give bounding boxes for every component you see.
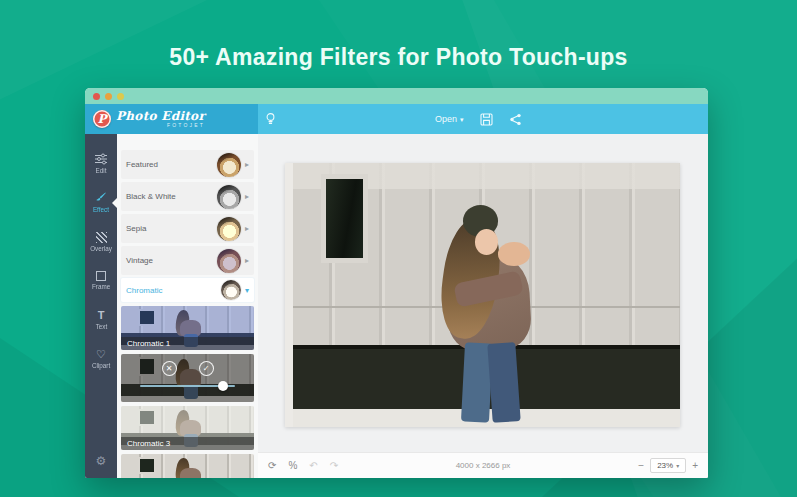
- edited-photo: [285, 163, 680, 427]
- chevron-down-icon: ▾: [245, 286, 249, 295]
- sidebar-item-edit[interactable]: Edit: [85, 144, 117, 183]
- sidebar-item-text[interactable]: T Text: [85, 300, 117, 339]
- filter-preview-thumbnail: [217, 217, 241, 241]
- filter-preview-thumbnail: [217, 153, 241, 177]
- filter-thumbnail-chromatic-2-selected[interactable]: ✕ ✓: [121, 354, 254, 402]
- filter-category-chromatic-expanded[interactable]: Chromatic ▾: [121, 278, 254, 302]
- share-icon[interactable]: [509, 113, 522, 126]
- reset-icon[interactable]: ⟳: [268, 461, 276, 471]
- zoom-in-button[interactable]: +: [692, 461, 698, 471]
- brand-subname: FOTOJET: [116, 123, 205, 128]
- chevron-right-icon: ▸: [245, 192, 249, 201]
- page-title: 50+ Amazing Filters for Photo Touch-ups: [0, 44, 797, 71]
- brand-name: Photo Editor: [116, 110, 205, 122]
- zoom-level-value: 23%: [657, 461, 673, 470]
- edit-sliders-icon: [95, 153, 107, 165]
- window-minimize-button[interactable]: [105, 93, 112, 100]
- effect-brush-icon: [95, 192, 107, 204]
- editor-canvas[interactable]: [258, 134, 708, 452]
- sidebar-item-label: Overlay: [90, 245, 112, 251]
- filter-thumbnail-chromatic-4[interactable]: [121, 454, 254, 478]
- open-button[interactable]: Open ▾: [435, 114, 464, 124]
- filter-intensity-slider[interactable]: [140, 385, 236, 387]
- window-zoom-button[interactable]: [117, 93, 124, 100]
- settings-gear-icon[interactable]: ⚙: [85, 454, 117, 468]
- filter-category-featured[interactable]: Featured ▸: [121, 150, 254, 179]
- photo-window-detail: [321, 174, 368, 264]
- redo-icon[interactable]: ↷: [330, 461, 338, 471]
- tool-sidebar: Edit Effect Overlay Frame: [85, 134, 117, 478]
- app-window: P Photo Editor FOTOJET Open ▾: [85, 88, 708, 478]
- chevron-down-icon: ▾: [460, 116, 464, 123]
- category-label: Chromatic: [126, 286, 221, 295]
- chevron-right-icon: ▸: [245, 224, 249, 233]
- logo-monogram-icon: P: [93, 110, 111, 128]
- save-icon[interactable]: [480, 113, 493, 126]
- active-tab-arrow: [107, 198, 117, 208]
- sidebar-item-overlay[interactable]: Overlay: [85, 222, 117, 261]
- filter-thumbnail-chromatic-3[interactable]: Chromatic 3: [121, 406, 254, 450]
- apply-filter-button[interactable]: ✓: [199, 361, 214, 376]
- photo-subject: [498, 242, 530, 266]
- window-close-button[interactable]: [93, 93, 100, 100]
- thumbnail-label: Chromatic 3: [121, 437, 254, 450]
- sidebar-item-label: Text: [95, 323, 107, 329]
- undo-icon[interactable]: ↶: [309, 461, 317, 471]
- text-tool-icon: T: [98, 310, 105, 321]
- filter-preview-thumbnail: [217, 185, 241, 209]
- tips-lightbulb-icon[interactable]: [264, 112, 277, 126]
- category-label: Featured: [126, 160, 217, 169]
- chevron-down-icon: ▾: [676, 463, 679, 469]
- thumbnail-preview: [121, 454, 254, 478]
- filter-preview-thumbnail: [217, 249, 241, 273]
- app-toolbar: P Photo Editor FOTOJET Open ▾: [85, 104, 708, 134]
- sidebar-item-clipart[interactable]: ♡ Clipart: [85, 339, 117, 378]
- zoom-out-button[interactable]: −: [638, 461, 644, 471]
- photo-edge: [285, 163, 293, 427]
- filter-category-sepia[interactable]: Sepia ▸: [121, 214, 254, 243]
- sidebar-item-label: Edit: [96, 167, 107, 173]
- filter-preview-thumbnail: [221, 280, 241, 300]
- chevron-right-icon: ▸: [245, 160, 249, 169]
- category-label: Sepia: [126, 224, 217, 233]
- filter-panel: Featured ▸ Black & White ▸ Sepia ▸ Vinta…: [117, 134, 258, 478]
- app-logo: P Photo Editor FOTOJET: [85, 104, 258, 134]
- compare-icon[interactable]: %: [288, 461, 297, 471]
- filter-thumbnail-chromatic-1[interactable]: Chromatic 1: [121, 306, 254, 350]
- frame-square-icon: [96, 271, 106, 281]
- zoom-level-dropdown[interactable]: 23% ▾: [650, 458, 686, 473]
- category-label: Vintage: [126, 256, 217, 265]
- sidebar-item-effect[interactable]: Effect: [85, 183, 117, 222]
- filter-category-vintage[interactable]: Vintage ▸: [121, 246, 254, 275]
- sidebar-item-frame[interactable]: Frame: [85, 261, 117, 300]
- heart-icon: ♡: [96, 349, 106, 360]
- chevron-right-icon: ▸: [245, 256, 249, 265]
- thumbnail-label: Chromatic 1: [121, 337, 254, 350]
- open-button-label: Open: [435, 114, 457, 124]
- overlay-hatch-icon: [96, 232, 107, 243]
- window-titlebar: [85, 88, 708, 104]
- category-label: Black & White: [126, 192, 217, 201]
- sidebar-item-label: Frame: [92, 283, 110, 289]
- sidebar-item-label: Clipart: [92, 362, 110, 368]
- status-bar: ⟳ % ↶ ↷ 4000 x 2666 px − 23% ▾ +: [258, 452, 708, 478]
- cancel-filter-button[interactable]: ✕: [162, 361, 177, 376]
- filter-category-black-white[interactable]: Black & White ▸: [121, 182, 254, 211]
